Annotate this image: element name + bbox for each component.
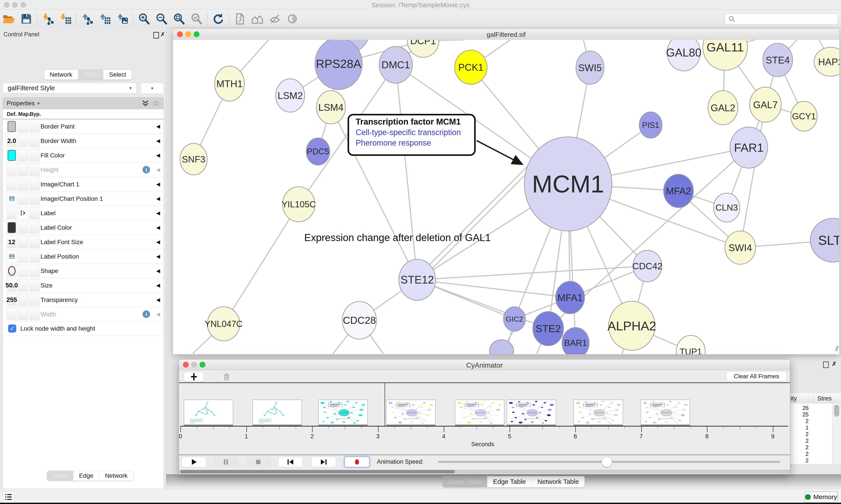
bypass-cell[interactable] xyxy=(30,193,39,205)
default-value-cell[interactable] xyxy=(7,164,17,176)
import-table-icon[interactable] xyxy=(57,12,74,26)
network-window-titlebar[interactable]: galFiltered.sif xyxy=(173,29,839,40)
delete-frame-button[interactable] xyxy=(217,372,237,382)
float-panel-icon[interactable] xyxy=(823,361,829,368)
column-header[interactable]: ity xyxy=(791,395,797,402)
frame-thumbnail-7[interactable]: MCM1 xyxy=(641,399,690,426)
annotation-box[interactable]: Transcription factor MCM1 Cell-type-spec… xyxy=(347,114,476,156)
expand-arrow-icon[interactable]: ◀ xyxy=(156,192,160,206)
expand-arrow-icon[interactable]: ◀ xyxy=(156,148,160,162)
annotation-link[interactable]: Pheromone response xyxy=(356,138,474,147)
mapping-cell[interactable] xyxy=(18,308,28,320)
frame-thumbnail-3[interactable]: MCM1 xyxy=(386,399,435,426)
add-frame-button[interactable] xyxy=(184,372,204,382)
close-panel-icon[interactable]: ✗ xyxy=(832,361,837,367)
expand-arrow-icon[interactable]: ◀ xyxy=(156,206,160,220)
property-row-fill-color[interactable]: Fill Color◀ xyxy=(3,148,164,163)
bypass-cell[interactable] xyxy=(30,236,39,248)
table-cell[interactable]: 2 xyxy=(789,457,809,464)
property-row-border-paint[interactable]: Border Paint◀ xyxy=(3,119,164,134)
bypass-cell[interactable] xyxy=(30,308,39,320)
expand-arrow-icon[interactable]: ◀ xyxy=(156,134,160,148)
info-icon[interactable]: i xyxy=(143,310,150,318)
refresh-layout-icon[interactable] xyxy=(209,12,227,26)
resize-grip[interactable]: /// xyxy=(835,344,838,353)
mapping-cell[interactable] xyxy=(18,149,28,161)
network-canvas[interactable]: RPS28BDCP1RPS28ADMC1PCK1MTH1LSM2LSM4SNF3… xyxy=(173,40,839,354)
bypass-cell[interactable] xyxy=(30,279,39,291)
expand-arrow-icon[interactable]: ◀ xyxy=(156,220,160,235)
bypass-cell[interactable] xyxy=(30,250,39,263)
home-icon[interactable] xyxy=(249,12,266,26)
expand-arrow-icon[interactable]: ◀ xyxy=(156,235,160,249)
frame-thumbnail-6[interactable]: MCM1 xyxy=(574,399,623,426)
network-node-part1[interactable] xyxy=(489,340,514,354)
bypass-cell[interactable] xyxy=(30,164,39,176)
import-network-icon[interactable] xyxy=(39,12,57,26)
task-history-button[interactable] xyxy=(3,491,15,503)
mapping-cell[interactable] xyxy=(18,265,28,277)
property-row-image-chart-1[interactable]: Image/Chart 1◀ xyxy=(3,177,164,192)
expand-all-icon[interactable] xyxy=(142,100,149,107)
play-button[interactable] xyxy=(182,457,206,467)
expand-arrow-icon[interactable]: ◀ xyxy=(156,278,160,292)
table-cell[interactable]: 2 xyxy=(789,444,809,451)
text-annotation[interactable]: Expression change after deletion of GAL1 xyxy=(304,232,491,244)
default-value-cell[interactable] xyxy=(7,250,17,263)
property-row-width[interactable]: Widthi◀ xyxy=(3,307,164,322)
tab-edge[interactable]: Edge xyxy=(73,471,99,481)
style-selector[interactable]: galFiltered Style ▾ xyxy=(3,83,137,93)
cyanimator-titlebar[interactable]: CyAnimator xyxy=(179,360,790,370)
lock-checkbox[interactable]: ✓ xyxy=(8,324,16,332)
table-cell[interactable]: 2 xyxy=(789,431,809,437)
frame-thumbnail-5[interactable]: MCM1 xyxy=(506,399,556,426)
bypass-cell[interactable] xyxy=(30,221,39,234)
bypass-cell[interactable] xyxy=(30,178,39,190)
show-graphics-icon[interactable] xyxy=(284,12,301,26)
default-value-cell[interactable] xyxy=(7,120,17,132)
save-session-icon[interactable] xyxy=(18,12,35,26)
default-value-cell[interactable]: 50.0 xyxy=(7,279,17,291)
expand-arrow-icon[interactable]: ◀ xyxy=(156,119,160,133)
clear-all-frames-button[interactable]: Clear All Frames xyxy=(727,372,786,381)
property-row-label[interactable]: Label◀ xyxy=(3,206,164,220)
stop-button[interactable] xyxy=(246,457,270,467)
bypass-cell[interactable] xyxy=(30,265,39,277)
properties-header[interactable]: Properties ▾ xyxy=(3,97,164,109)
open-session-icon[interactable] xyxy=(0,12,18,26)
default-value-cell[interactable] xyxy=(7,149,17,161)
default-value-cell[interactable]: 255 xyxy=(7,293,17,306)
default-value-cell[interactable] xyxy=(7,221,17,234)
default-value-cell[interactable] xyxy=(7,178,17,190)
network-edge[interactable] xyxy=(740,105,766,248)
bypass-cell[interactable] xyxy=(30,207,39,219)
property-row-border-width[interactable]: 2.0Border Width◀ xyxy=(3,134,164,148)
tab-edge-table[interactable]: Edge Table xyxy=(487,476,532,487)
float-panel-icon[interactable] xyxy=(153,32,159,38)
mapping-cell[interactable] xyxy=(18,250,28,263)
default-value-cell[interactable]: 12 xyxy=(7,236,17,248)
mapping-cell[interactable] xyxy=(18,178,28,190)
info-icon[interactable]: i xyxy=(143,166,150,174)
property-row-transparency[interactable]: 255Transparency◀ xyxy=(3,293,164,307)
bypass-cell[interactable] xyxy=(30,134,39,147)
table-cell[interactable]: 2 xyxy=(789,438,809,444)
skip-start-button[interactable] xyxy=(278,457,303,467)
tab-select[interactable]: Select xyxy=(103,70,132,79)
property-row-size[interactable]: 50.0Size◀ xyxy=(3,278,164,293)
annotation-link[interactable]: Cell-type-specific transcription xyxy=(356,128,474,137)
tab-network-table[interactable]: Network Table xyxy=(532,476,585,487)
timeline-playhead[interactable] xyxy=(384,383,385,426)
frame-thumbnail-2[interactable]: MCM1 xyxy=(318,399,368,426)
style-options-button[interactable]: ▾ xyxy=(141,83,164,94)
record-button[interactable] xyxy=(345,457,369,467)
network-edge[interactable] xyxy=(430,167,533,271)
property-row-shape[interactable]: Shape◀ xyxy=(3,264,164,278)
expand-arrow-icon[interactable]: ◀ xyxy=(156,163,160,177)
table-cell[interactable]: 2 xyxy=(789,418,809,424)
zoom-out-icon[interactable] xyxy=(153,12,170,26)
column-header[interactable]: Stres xyxy=(817,395,831,402)
expand-arrow-icon[interactable]: ◀ xyxy=(156,249,160,264)
expand-arrow-icon[interactable]: ◀ xyxy=(156,264,160,278)
network-edge[interactable] xyxy=(427,164,530,268)
